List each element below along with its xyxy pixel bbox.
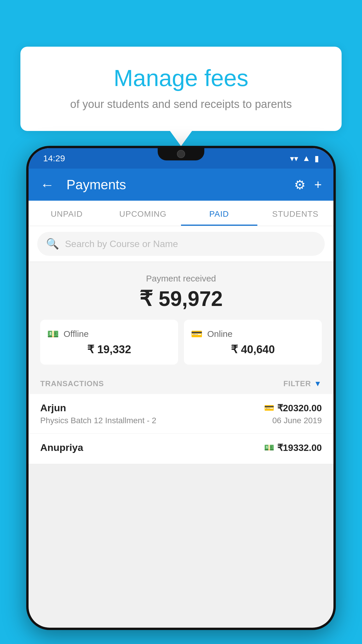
tooltip-title: Manage fees (41, 64, 321, 92)
search-container: 🔍 Search by Course or Name (29, 226, 333, 262)
battery-icon: ▮ (314, 154, 319, 163)
transactions-header: TRANSACTIONS FILTER ▼ (29, 373, 333, 394)
status-time: 14:29 (43, 153, 65, 163)
search-box[interactable]: 🔍 Search by Course or Name (37, 232, 325, 256)
payment-summary: Payment received ₹ 59,972 💵 Offline ₹ 19… (29, 262, 333, 373)
offline-payment-icon: 💵 (264, 443, 274, 452)
online-card-header: 💳 Online (191, 328, 315, 340)
offline-icon: 💵 (47, 328, 59, 340)
online-amount: ₹ 40,640 (191, 343, 315, 356)
back-button[interactable]: ← (40, 177, 58, 193)
transaction-row-top: Anupriya 💵 ₹19332.00 (40, 442, 322, 453)
nav-title: Payments (66, 177, 285, 192)
search-input[interactable]: Search by Course or Name (65, 239, 178, 249)
search-icon: 🔍 (46, 238, 59, 250)
filter-icon: ▼ (314, 379, 322, 388)
tab-bar: UNPAID UPCOMING PAID STUDENTS (29, 201, 333, 226)
phone-notch (158, 146, 204, 160)
transaction-amount: 💳 ₹20320.00 (264, 402, 322, 414)
add-button[interactable]: + (314, 177, 322, 192)
transaction-row-bottom: Physics Batch 12 Installment - 2 06 June… (40, 416, 322, 425)
phone-frame: 14:29 ▾▾ ▲ ▮ ← Payments ⚙ + UNPAID UPCOM… (26, 146, 336, 630)
tab-paid[interactable]: PAID (181, 201, 257, 226)
transaction-amount-value: ₹19332.00 (277, 442, 322, 453)
offline-card-header: 💵 Offline (47, 328, 171, 340)
offline-card: 💵 Offline ₹ 19,332 (40, 320, 178, 365)
payment-received-label: Payment received (40, 274, 322, 284)
phone-screen: 14:29 ▾▾ ▲ ▮ ← Payments ⚙ + UNPAID UPCOM… (29, 148, 333, 628)
online-card: 💳 Online ₹ 40,640 (184, 320, 322, 365)
transaction-course: Physics Batch 12 Installment - 2 (40, 416, 156, 425)
online-label: Online (207, 329, 233, 339)
status-icons: ▾▾ ▲ ▮ (290, 154, 319, 163)
payment-cards: 💵 Offline ₹ 19,332 💳 Online ₹ 40,640 (40, 320, 322, 365)
transaction-name: Anupriya (40, 442, 83, 453)
phone-container: 14:29 ▾▾ ▲ ▮ ← Payments ⚙ + UNPAID UPCOM… (26, 146, 336, 644)
transaction-amount: 💵 ₹19332.00 (264, 442, 322, 453)
offline-label: Offline (64, 329, 89, 339)
filter-button[interactable]: FILTER ▼ (283, 379, 322, 388)
transaction-row-top: Arjun 💳 ₹20320.00 (40, 402, 322, 414)
transaction-name: Arjun (40, 402, 66, 414)
nav-bar: ← Payments ⚙ + (29, 169, 333, 201)
table-row[interactable]: Arjun 💳 ₹20320.00 Physics Batch 12 Insta… (29, 394, 333, 434)
online-payment-icon: 💳 (264, 403, 274, 413)
table-row[interactable]: Anupriya 💵 ₹19332.00 (29, 434, 333, 464)
tab-upcoming[interactable]: UPCOMING (105, 201, 181, 226)
tooltip-card: Manage fees of your students and send re… (20, 47, 342, 131)
signal-icon: ▲ (302, 154, 310, 163)
online-icon: 💳 (191, 328, 203, 340)
tab-unpaid[interactable]: UNPAID (29, 201, 105, 226)
transaction-amount-value: ₹20320.00 (277, 402, 322, 414)
settings-button[interactable]: ⚙ (294, 177, 305, 192)
transactions-label: TRANSACTIONS (40, 379, 104, 388)
payment-total-amount: ₹ 59,972 (40, 286, 322, 311)
transaction-date: 06 June 2019 (272, 416, 322, 425)
offline-amount: ₹ 19,332 (47, 343, 171, 356)
wifi-icon: ▾▾ (290, 154, 298, 163)
phone-camera (177, 150, 185, 158)
tab-students[interactable]: STUDENTS (257, 201, 334, 226)
filter-text: FILTER (283, 379, 311, 388)
tooltip-subtitle: of your students and send receipts to pa… (41, 98, 321, 111)
